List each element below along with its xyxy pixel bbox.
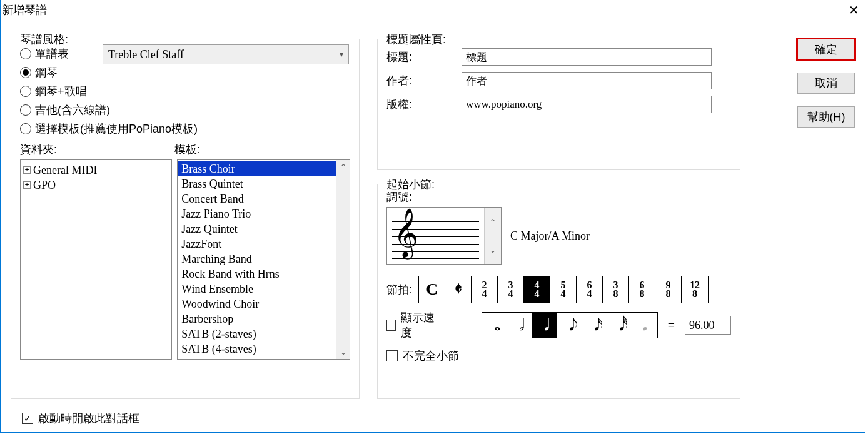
template-list[interactable]: Brass Choir Brass Quintet Concert Band J… <box>177 159 350 360</box>
tempo-input[interactable] <box>685 316 731 335</box>
incomplete-measure-checkbox-row[interactable]: 不完全小節 <box>386 347 731 365</box>
group-starting-measure-legend: 起始小節: <box>384 177 437 192</box>
timesig-6-4[interactable]: 64 <box>577 276 603 303</box>
radio-guitar-tab-label: 吉他(含六線譜) <box>35 103 110 118</box>
tree-item-gpo[interactable]: + GPO <box>23 178 169 193</box>
field-copyright-row: 版權: <box>386 93 731 116</box>
list-item[interactable]: Jazz Quintet <box>178 221 350 236</box>
list-item[interactable]: JazzFont <box>178 236 350 251</box>
group-score-style-legend: 琴譜風格: <box>18 32 71 47</box>
note-dotted[interactable]: 𝅘𝅥. <box>632 313 657 338</box>
tree-expand-icon[interactable]: + <box>23 181 31 189</box>
radio-icon <box>20 86 31 97</box>
dialog-title: 新增琴譜 <box>2 3 47 18</box>
equals-sign: = <box>668 318 675 333</box>
list-item[interactable]: Rock Band with Hrns <box>178 266 350 281</box>
timesig-9-8[interactable]: 98 <box>655 276 682 303</box>
timesig-common[interactable]: C <box>419 276 445 303</box>
time-signature-label: 節拍: <box>386 282 412 297</box>
ok-button[interactable]: 確定 <box>797 39 855 60</box>
list-item[interactable]: SATB (2-staves) <box>178 326 350 341</box>
chevron-down-icon: ▾ <box>340 50 343 59</box>
list-item[interactable]: Wind Ensemble <box>178 281 350 296</box>
key-signature-box: 𝄞 ⌃ ⌄ <box>386 207 502 265</box>
radio-guitar-tab-row[interactable]: 吉他(含六線譜) <box>20 101 350 119</box>
show-tempo-checkbox-row[interactable]: 顯示速度 <box>386 316 438 334</box>
time-signature-cells: C 𝄵 24 34 44 54 64 38 68 98 128 <box>418 276 709 303</box>
note-whole[interactable]: 𝅝 <box>482 313 507 338</box>
note-duration-cells: 𝅝 𝅗𝅥 𝅘𝅥 𝅘𝅥𝅮 𝅘𝅥𝅯 𝅘𝅥𝅰 𝅘𝅥. <box>482 312 658 338</box>
scrollbar[interactable]: ⌃ ⌄ <box>336 160 350 359</box>
scroll-track[interactable] <box>336 174 350 345</box>
radio-choose-template-label: 選擇模板(推薦使用PoPiano模板) <box>35 121 198 136</box>
treble-clef-icon: 𝄞 <box>393 211 418 254</box>
field-author-label: 作者: <box>386 73 462 88</box>
tree-item-label: GPO <box>33 179 56 192</box>
dialog-content: 琴譜風格: 單譜表 Treble Clef Staff ▾ 鋼琴 鋼琴+歌唱 吉… <box>1 20 865 432</box>
timesig-3-4[interactable]: 34 <box>498 276 524 303</box>
list-item[interactable]: Concert Band <box>178 191 350 206</box>
field-author-row: 作者: <box>386 69 731 92</box>
title-input[interactable] <box>462 48 712 66</box>
note-sixteenth[interactable]: 𝅘𝅥𝅯 <box>582 313 607 338</box>
template-label: 模板: <box>174 142 200 157</box>
startup-checkbox-row[interactable]: ✓ 啟動時開啟此對話框 <box>22 410 139 427</box>
folder-label: 資料夾: <box>20 142 57 157</box>
list-item[interactable]: SATB (4-staves) <box>178 341 350 356</box>
button-column: 確定 取消 幫助(H) <box>797 39 855 128</box>
field-copyright-label: 版權: <box>386 97 462 112</box>
timesig-cut[interactable]: 𝄵 <box>445 276 472 303</box>
radio-piano-vocal-label: 鋼琴+歌唱 <box>35 84 87 99</box>
field-title-label: 標題: <box>386 49 462 64</box>
timesig-2-4[interactable]: 24 <box>472 276 498 303</box>
list-item[interactable]: Jazz Piano Trio <box>178 206 350 221</box>
spin-down-icon[interactable]: ⌄ <box>485 236 501 264</box>
spin-up-icon[interactable]: ⌃ <box>485 208 501 236</box>
scroll-up-icon[interactable]: ⌃ <box>336 160 350 174</box>
close-icon[interactable]: ✕ <box>846 3 861 18</box>
list-item[interactable]: Woodwind Choir <box>178 296 350 311</box>
timesig-5-4[interactable]: 54 <box>550 276 577 303</box>
list-item[interactable]: Marching Band <box>178 251 350 266</box>
note-half[interactable]: 𝅗𝅥 <box>507 313 532 338</box>
radio-piano-vocal-row[interactable]: 鋼琴+歌唱 <box>20 82 350 101</box>
checkbox-icon <box>386 350 398 361</box>
timesig-4-4[interactable]: 44 <box>524 276 550 303</box>
key-signature-preview: 𝄞 <box>387 208 485 264</box>
note-quarter[interactable]: 𝅘𝅥 <box>532 313 557 338</box>
staff-type-dropdown[interactable]: Treble Clef Staff ▾ <box>103 44 349 64</box>
timesig-6-8[interactable]: 68 <box>629 276 655 303</box>
dialog-window: 新增琴譜 ✕ 琴譜風格: 單譜表 Treble Clef Staff ▾ 鋼琴 … <box>0 0 865 433</box>
time-signature-row: 節拍: C 𝄵 24 34 44 54 64 38 68 98 128 <box>386 276 731 303</box>
key-signature-name: C Major/A Minor <box>510 230 590 243</box>
radio-single-staff-label: 單譜表 <box>35 46 69 61</box>
group-score-style: 琴譜風格: 單譜表 Treble Clef Staff ▾ 鋼琴 鋼琴+歌唱 吉… <box>11 39 360 399</box>
author-input[interactable] <box>462 72 712 89</box>
show-tempo-label: 顯示速度 <box>401 310 438 340</box>
cancel-button[interactable]: 取消 <box>797 73 855 94</box>
titlebar: 新增琴譜 ✕ <box>1 0 865 20</box>
scroll-down-icon[interactable]: ⌄ <box>336 345 350 359</box>
radio-choose-template-row[interactable]: 選擇模板(推薦使用PoPiano模板) <box>20 119 350 138</box>
note-eighth[interactable]: 𝅘𝅥𝅮 <box>557 313 582 338</box>
tree-expand-icon[interactable]: + <box>23 166 31 174</box>
folder-template-row: + General MIDI + GPO Brass Choir Brass Q… <box>20 159 350 360</box>
radio-icon <box>20 67 31 78</box>
note-thirtysecond[interactable]: 𝅘𝅥𝅰 <box>607 313 632 338</box>
radio-piano-row[interactable]: 鋼琴 <box>20 63 350 82</box>
radio-icon <box>20 104 31 116</box>
timesig-12-8[interactable]: 128 <box>682 276 708 303</box>
list-item[interactable]: Barbershop <box>178 311 350 326</box>
key-label: 調號: <box>386 189 731 204</box>
checkbox-icon <box>386 320 396 331</box>
tree-item-label: General MIDI <box>33 164 97 177</box>
copyright-input[interactable] <box>462 96 712 113</box>
list-item[interactable]: Brass Choir <box>178 161 350 176</box>
tree-item-general-midi[interactable]: + General MIDI <box>23 163 169 178</box>
list-item[interactable]: Brass Quintet <box>178 176 350 191</box>
group-title-properties: 標題屬性頁: 標題: 作者: 版權: <box>377 39 740 170</box>
help-button[interactable]: 幫助(H) <box>797 106 855 128</box>
timesig-3-8[interactable]: 38 <box>603 276 629 303</box>
checkbox-icon: ✓ <box>22 413 33 424</box>
folder-tree[interactable]: + General MIDI + GPO <box>20 159 172 360</box>
